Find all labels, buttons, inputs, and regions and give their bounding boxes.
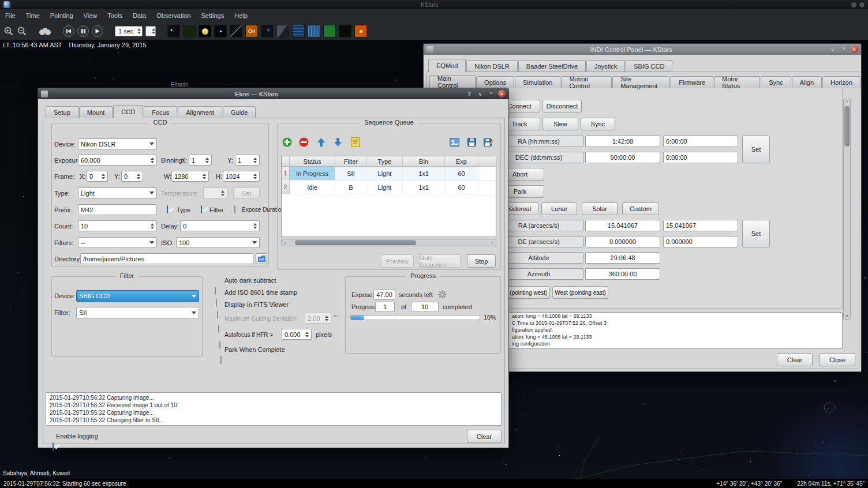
- move-job-down-button[interactable]: [333, 137, 343, 147]
- scroll-down-icon[interactable]: v: [844, 313, 850, 319]
- count-input[interactable]: 10: [78, 220, 157, 231]
- rolldown-icon[interactable]: ^: [840, 46, 848, 54]
- ra-rate-target-input[interactable]: 15.041067: [663, 220, 738, 231]
- queue-script-button[interactable]: [350, 137, 360, 147]
- ekos-window[interactable]: Ekos — KStars ? v ^ × Setup Mount CCD Fo…: [38, 88, 509, 448]
- sky-view-toggle-button[interactable]: [276, 25, 289, 37]
- autofocus-hfr-checkbox[interactable]: [219, 341, 220, 349]
- disconnect-button[interactable]: Disconnect: [542, 100, 582, 112]
- tab-motor-status[interactable]: Motor Status: [714, 76, 760, 88]
- tab-align[interactable]: Align: [792, 76, 822, 88]
- cell-filter[interactable]: B: [335, 181, 367, 194]
- enable-logging-checkbox[interactable]: [53, 442, 54, 451]
- sky-view-toggle-button[interactable]: [261, 25, 274, 37]
- sky-view-toggle-button[interactable]: [354, 25, 367, 37]
- timestep-spinner[interactable]: [137, 28, 141, 34]
- indi-close-button[interactable]: Close: [820, 353, 855, 366]
- timestep-unit-stepper[interactable]: [145, 26, 156, 36]
- sky-view-toggle-button[interactable]: [292, 25, 305, 37]
- tab-joystick[interactable]: Joystick: [586, 60, 625, 72]
- spinner-arrows[interactable]: [102, 174, 105, 179]
- menu-settings[interactable]: Settings: [196, 9, 229, 22]
- tab-firmware[interactable]: Firmware: [671, 76, 713, 88]
- rollup-icon[interactable]: v: [476, 90, 484, 98]
- filter-device-select[interactable]: SBIG CCD: [76, 290, 199, 302]
- spinner-arrows[interactable]: [253, 223, 257, 229]
- tab-mount[interactable]: Mount: [79, 106, 113, 118]
- tab-sbig-ccd[interactable]: SBIG CCD: [626, 60, 672, 72]
- pier-west-button[interactable]: West (pointing east): [552, 286, 608, 299]
- auto-dark-subtract-checkbox[interactable]: [215, 287, 216, 295]
- menu-observation[interactable]: Observation: [151, 9, 196, 22]
- tab-options[interactable]: Options: [476, 76, 514, 88]
- sky-view-toggle-button[interactable]: [230, 25, 242, 37]
- tab-nikon-dslr[interactable]: Nikon DSLR: [466, 60, 518, 72]
- zoom-in-button[interactable]: [3, 26, 14, 36]
- menu-view[interactable]: View: [78, 9, 103, 22]
- set-coords-button[interactable]: Set: [742, 136, 770, 163]
- filter-select[interactable]: SII: [76, 307, 199, 318]
- tab-sync[interactable]: Sync: [761, 76, 791, 88]
- table-row[interactable]: 1 In Progress SII Light 1x1 60: [282, 167, 496, 181]
- spinner-arrows[interactable]: [137, 174, 140, 179]
- spinner-arrows[interactable]: [151, 223, 154, 229]
- tab-main-control[interactable]: Main Control: [429, 75, 476, 88]
- ra-target-input[interactable]: 0:00:00: [663, 136, 738, 147]
- spinner-arrows[interactable]: [305, 332, 309, 337]
- expose-duration-checkbox[interactable]: [234, 205, 235, 213]
- scroll-right-icon[interactable]: ›: [488, 240, 496, 246]
- slew-button[interactable]: Slew: [542, 118, 578, 130]
- tab-site-management[interactable]: Site Management: [612, 76, 670, 88]
- cell-type[interactable]: Light: [367, 167, 403, 180]
- sky-view-toggle-button[interactable]: [167, 25, 180, 37]
- park-when-complete-checkbox[interactable]: [220, 356, 222, 364]
- sequence-queue-table[interactable]: Status Filter Type Bin Exp 1 In Progress…: [281, 156, 496, 237]
- menu-tools[interactable]: Tools: [102, 9, 128, 22]
- sky-view-toggle-button[interactable]: [308, 25, 320, 37]
- sky-view-toggle-button[interactable]: [323, 25, 336, 37]
- scrollbar-thumb[interactable]: [295, 240, 416, 245]
- de-rate-target-input[interactable]: 0.000000: [663, 236, 738, 247]
- fits-viewer-checkbox[interactable]: [217, 311, 218, 319]
- stop-button[interactable]: Stop: [467, 254, 496, 268]
- iso8601-checkbox[interactable]: [216, 299, 217, 307]
- custom-rate-button[interactable]: Custom: [622, 202, 659, 215]
- iso-select[interactable]: 100: [176, 237, 260, 248]
- menu-help[interactable]: Help: [229, 9, 253, 22]
- dec-target-input[interactable]: 0:00:00: [663, 152, 738, 163]
- ccd-device-select[interactable]: Nikon DSLR: [78, 138, 157, 149]
- tab-eqmod[interactable]: EQMod: [428, 59, 466, 72]
- column-bin[interactable]: Bin: [403, 156, 445, 166]
- delay-input[interactable]: 0: [180, 220, 260, 231]
- menu-pointing[interactable]: Pointing: [45, 9, 78, 22]
- bin-x-input[interactable]: 1: [189, 155, 212, 166]
- directory-input[interactable]: /home/jasem/Pictures: [80, 253, 253, 264]
- guiding-deviation-checkbox[interactable]: [218, 325, 219, 333]
- frame-y-input[interactable]: 0: [121, 171, 143, 182]
- ekos-clear-button[interactable]: Clear: [467, 430, 502, 443]
- load-queue-button[interactable]: [450, 137, 459, 147]
- time-stop-button[interactable]: [77, 25, 89, 37]
- cell-status[interactable]: Idle: [290, 181, 335, 194]
- spinner-arrows[interactable]: [151, 157, 154, 163]
- save-queue-button[interactable]: [467, 137, 477, 147]
- help-icon[interactable]: ?: [465, 90, 473, 98]
- time-forward-button[interactable]: [92, 25, 103, 37]
- zoom-out-button[interactable]: [17, 26, 27, 36]
- indi-vertical-scrollbar[interactable]: ^ v: [843, 99, 851, 320]
- save-queue-as-button[interactable]: [484, 137, 493, 147]
- scroll-left-icon[interactable]: ‹: [282, 240, 289, 246]
- bin-y-input[interactable]: 1: [235, 155, 260, 166]
- tab-horizon[interactable]: Horizon: [822, 76, 860, 88]
- sky-view-toggle-button[interactable]: [214, 25, 227, 37]
- menu-file[interactable]: File: [0, 9, 21, 22]
- add-job-button[interactable]: [282, 137, 292, 147]
- remove-job-button[interactable]: [299, 137, 309, 147]
- close-icon[interactable]: [859, 2, 865, 7]
- spinner-arrows[interactable]: [253, 157, 257, 163]
- cell-exp[interactable]: 60: [445, 181, 478, 194]
- lunar-rate-button[interactable]: Lunar: [541, 202, 577, 215]
- cell-bin[interactable]: 1x1: [403, 181, 445, 194]
- tab-focus[interactable]: Focus: [144, 106, 177, 118]
- ekos-titlebar[interactable]: Ekos — KStars ? v ^ ×: [38, 88, 508, 99]
